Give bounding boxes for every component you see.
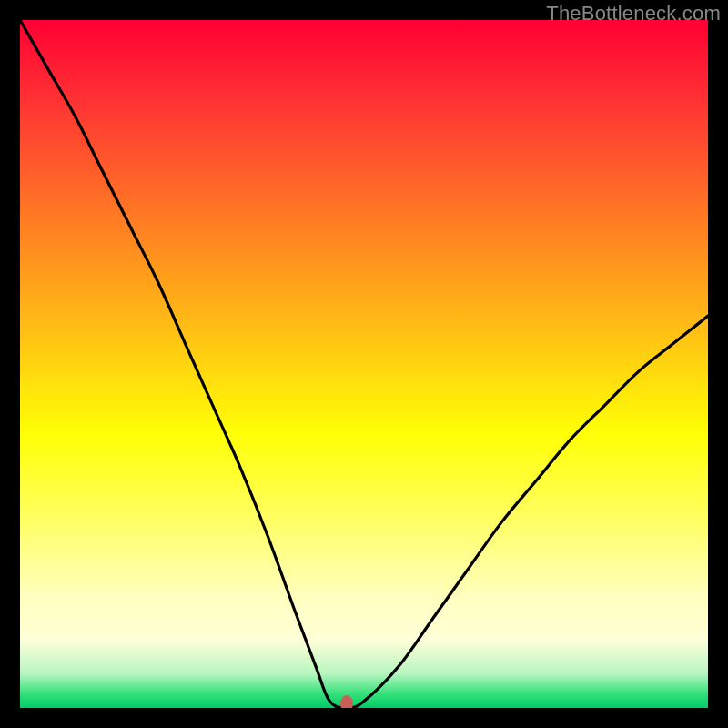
chart-plot-area — [20, 20, 708, 708]
bottleneck-curve — [20, 20, 708, 708]
watermark-text: TheBottleneck.com — [546, 2, 721, 25]
optimal-point-marker — [340, 695, 353, 708]
chart-frame: TheBottleneck.com — [0, 0, 728, 728]
